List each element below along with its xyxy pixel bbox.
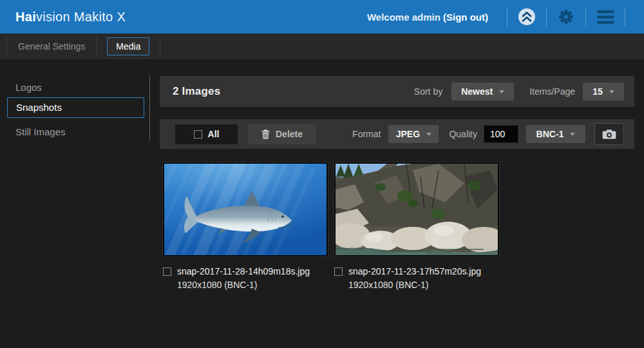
items-per-page-label: Items/Page (529, 86, 575, 97)
sidebar-item-still-images[interactable]: Still Images (15, 126, 66, 137)
quality-label: Quality (449, 129, 477, 139)
menu-icon[interactable] (594, 10, 616, 24)
tab-general-settings[interactable]: General Settings (7, 41, 96, 52)
snapshot-filename: snap-2017-11-23-17h57m20s.jpg (348, 265, 481, 278)
snapshot-thumbnail-shark[interactable] (163, 162, 328, 256)
topbar-divider (507, 7, 507, 26)
format-value: JPEG (396, 129, 420, 139)
trash-icon (261, 130, 270, 139)
select-all-button[interactable]: All (175, 124, 238, 144)
take-snapshot-button[interactable] (594, 123, 624, 145)
sidebar-item-logos[interactable]: Logos (15, 82, 42, 93)
chevron-down-icon (499, 90, 504, 93)
snapshot-resolution: 1920x1080 (BNC-1) (177, 278, 310, 292)
quality-input[interactable] (484, 125, 518, 143)
chevron-down-icon (609, 90, 614, 93)
snapshot-card: snap-2017-11-23-17h57m20s.jpg 1920x1080 … (334, 162, 500, 292)
items-per-page-dropdown[interactable]: 15 (583, 82, 624, 101)
output-source-dropdown[interactable]: BNC-1 (526, 125, 585, 143)
topbar-divider (625, 7, 625, 26)
snapshot-filename: snap-2017-11-28-14h09m18s.jpg (177, 265, 310, 278)
top-bar-actions: Welcome admin (Sign out) (367, 7, 634, 26)
chevron-down-icon (426, 133, 431, 136)
sidebar-item-snapshots[interactable]: Snapshots (7, 97, 144, 118)
tab-media[interactable]: Media (107, 37, 149, 55)
sign-out-link[interactable]: (Sign out) (443, 12, 488, 23)
snapshot-info: snap-2017-11-28-14h09m18s.jpg 1920x1080 … (177, 265, 310, 292)
snapshot-caption: snap-2017-11-28-14h09m18s.jpg 1920x1080 … (163, 265, 329, 292)
makito-x-app: Haivision Makito X Welcome admin (Sign o… (0, 0, 644, 348)
sort-by-label: Sort by (414, 86, 442, 97)
select-all-checkbox[interactable] (194, 130, 202, 139)
list-header-bar: 2 Images Sort by Newest Items/Page 15 (160, 76, 634, 107)
sort-by-dropdown[interactable]: Newest (451, 82, 514, 101)
camera-icon (602, 130, 616, 139)
select-all-label: All (208, 129, 220, 139)
snapshot-info: snap-2017-11-23-17h57m20s.jpg 1920x1080 … (348, 265, 481, 292)
snapshot-thumbnail-rocks[interactable] (334, 162, 499, 256)
settings-gear-icon[interactable] (555, 8, 577, 26)
app-logo-rest: vision Makito X (36, 10, 126, 24)
snapshot-caption: snap-2017-11-23-17h57m20s.jpg 1920x1080 … (334, 265, 500, 292)
haivision-status-icon[interactable] (516, 8, 538, 26)
snapshot-card: snap-2017-11-28-14h09m18s.jpg 1920x1080 … (163, 162, 329, 292)
format-label: Format (352, 129, 381, 139)
tab-bar: General Settings Media (0, 34, 644, 59)
app-logo: Haivision Makito X (15, 10, 126, 24)
welcome-user-label: Welcome admin (367, 12, 440, 23)
items-per-page-value: 15 (592, 86, 603, 97)
tab-divider (96, 37, 97, 56)
delete-label: Delete (276, 129, 303, 139)
app-logo-bold: Hai (15, 10, 36, 24)
top-bar: Haivision Makito X Welcome admin (Sign o… (0, 0, 644, 34)
snapshot-toolbar: All Delete Format JPEG Quality BNC-1 (160, 119, 634, 149)
format-dropdown[interactable]: JPEG (388, 125, 439, 143)
topbar-divider (546, 7, 547, 26)
snapshot-checkbox[interactable] (334, 267, 343, 276)
image-count-title: 2 Images (173, 85, 220, 98)
tab-divider (160, 37, 160, 56)
sidebar-divider (149, 75, 150, 141)
chevron-down-icon (570, 133, 575, 136)
output-source-value: BNC-1 (536, 129, 564, 139)
delete-button[interactable]: Delete (248, 124, 316, 144)
snapshot-resolution: 1920x1080 (BNC-1) (348, 278, 481, 292)
topbar-divider (585, 7, 586, 26)
snapshot-checkbox[interactable] (163, 267, 171, 276)
sort-by-value: Newest (461, 86, 493, 97)
welcome-text: Welcome admin (Sign out) (367, 12, 488, 23)
